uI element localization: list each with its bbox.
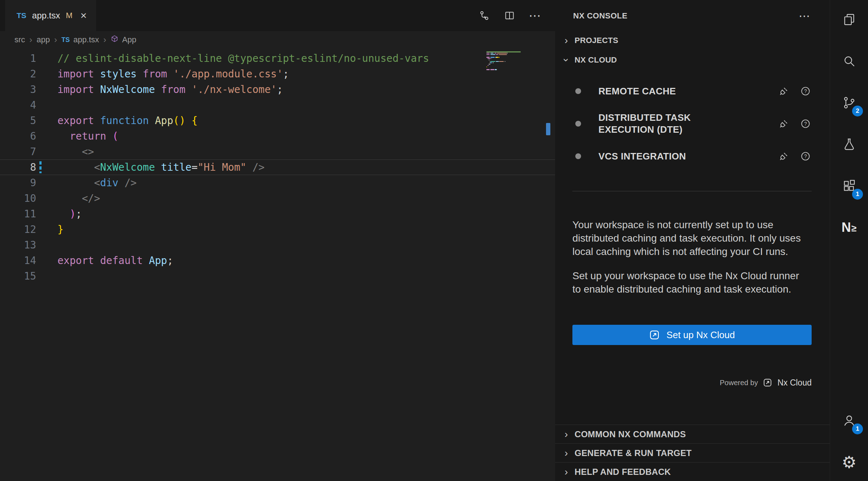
chevron-right-icon: › bbox=[29, 35, 32, 45]
code-line-15[interactable]: 15 bbox=[0, 268, 555, 284]
chevron-right-icon: › bbox=[54, 35, 57, 45]
section-projects[interactable]: › PROJECTS bbox=[555, 32, 830, 49]
code-line-12[interactable]: 12} bbox=[0, 222, 555, 237]
setup-nx-cloud-button[interactable]: Set up Nx Cloud bbox=[572, 325, 812, 345]
connect-icon[interactable] bbox=[778, 85, 790, 97]
split-editor-icon[interactable] bbox=[502, 8, 517, 23]
breadcrumb-src[interactable]: src bbox=[14, 35, 25, 44]
account-badge: 1 bbox=[852, 423, 863, 434]
chevron-right-icon: › bbox=[103, 35, 106, 45]
code-line-1[interactable]: 1// eslint-disable-next-line @typescript… bbox=[0, 51, 555, 66]
settings-gear-icon[interactable]: ⚙ bbox=[830, 448, 868, 476]
line-number: 1 bbox=[0, 51, 57, 66]
account-icon[interactable]: 1 bbox=[830, 407, 868, 434]
nx-console-icon[interactable]: N ≥ bbox=[830, 214, 868, 241]
panel-title: NX CONSOLE bbox=[573, 11, 627, 21]
powered-by-label: Powered by bbox=[720, 379, 758, 387]
typescript-icon: TS bbox=[17, 11, 26, 20]
powered-by: Powered by Nx Cloud bbox=[555, 375, 812, 391]
tab-app-tsx[interactable]: TS app.tsx M × bbox=[5, 0, 96, 31]
section-label: NX CLOUD bbox=[575, 55, 617, 65]
status-dot-icon bbox=[575, 88, 581, 94]
line-number: 8 bbox=[0, 160, 57, 175]
extensions-badge: 1 bbox=[852, 189, 863, 200]
workspace-description: Your workspace is not currently set up t… bbox=[572, 218, 807, 258]
modified-gutter-indicator bbox=[39, 161, 42, 173]
breadcrumb-symbol[interactable]: App bbox=[122, 35, 136, 44]
bottom-sections: › COMMON NX COMMANDS › GENERATE & RUN TA… bbox=[555, 425, 830, 481]
section-generate-run-target[interactable]: › GENERATE & RUN TARGET bbox=[555, 443, 830, 462]
more-actions-icon[interactable]: ⋯ bbox=[528, 8, 542, 23]
code-line-5[interactable]: 5export function App() { bbox=[0, 113, 555, 128]
line-number: 12 bbox=[0, 222, 57, 237]
typescript-icon: TS bbox=[61, 36, 70, 44]
divider bbox=[572, 191, 812, 191]
section-common-nx-commands[interactable]: › COMMON NX COMMANDS bbox=[555, 425, 830, 443]
svg-text:?: ? bbox=[804, 154, 807, 159]
editor-area: TS app.tsx M × ⋯ bbox=[0, 0, 555, 481]
feature-remote-cache: REMOTE CACHE ? bbox=[555, 79, 830, 103]
code-lines: 1// eslint-disable-next-line @typescript… bbox=[0, 51, 555, 284]
line-number: 13 bbox=[0, 237, 57, 253]
chevron-down-icon: › bbox=[560, 55, 572, 65]
chevron-right-icon: › bbox=[561, 429, 572, 440]
tab-bar: TS app.tsx M × ⋯ bbox=[0, 0, 555, 31]
code-line-6[interactable]: 6 return ( bbox=[0, 128, 555, 144]
connect-icon[interactable] bbox=[778, 150, 790, 162]
line-number: 11 bbox=[0, 206, 57, 222]
code-line-7[interactable]: 7 <> bbox=[0, 144, 555, 159]
close-icon[interactable]: × bbox=[81, 10, 87, 21]
nx-cloud-logo-icon bbox=[763, 378, 772, 387]
minimap[interactable] bbox=[486, 51, 544, 72]
code-line-10[interactable]: 10 </> bbox=[0, 191, 555, 206]
line-number: 7 bbox=[0, 144, 57, 159]
more-actions-icon[interactable]: ⋯ bbox=[799, 9, 810, 23]
modified-badge: M bbox=[66, 11, 72, 20]
chevron-right-icon: › bbox=[561, 466, 572, 478]
breadcrumb-app[interactable]: app bbox=[36, 35, 50, 44]
code-line-2[interactable]: 2import styles from './app.module.css'; bbox=[0, 66, 555, 82]
search-icon[interactable] bbox=[830, 47, 868, 75]
help-icon[interactable]: ? bbox=[799, 85, 812, 97]
explorer-icon[interactable] bbox=[830, 6, 868, 33]
chevron-right-icon: › bbox=[561, 35, 572, 46]
section-nx-cloud[interactable]: › NX CLOUD bbox=[555, 49, 830, 71]
code-line-4[interactable]: 4 bbox=[0, 97, 555, 113]
open-changes-icon[interactable] bbox=[477, 8, 491, 23]
nx-cloud-logo-icon bbox=[649, 329, 660, 340]
vscode-window: TS app.tsx M × ⋯ bbox=[0, 0, 868, 481]
section-label: GENERATE & RUN TARGET bbox=[575, 448, 692, 458]
feature-dte: DISTRIBUTED TASK EXECUTION (DTE) ? bbox=[555, 111, 830, 136]
help-icon[interactable]: ? bbox=[799, 150, 812, 162]
connect-icon[interactable] bbox=[778, 118, 790, 130]
line-number: 4 bbox=[0, 97, 57, 113]
feature-label: DISTRIBUTED TASK EXECUTION (DTE) bbox=[598, 112, 721, 136]
nx-cloud-brand: Nx Cloud bbox=[777, 378, 812, 388]
activity-bar: 2 1 N ≥ bbox=[830, 0, 868, 481]
section-label: COMMON NX COMMANDS bbox=[575, 429, 686, 439]
svg-text:?: ? bbox=[804, 89, 807, 94]
line-number: 9 bbox=[0, 175, 57, 191]
code-line-9[interactable]: 9 <div /> bbox=[0, 175, 555, 191]
line-number: 15 bbox=[0, 268, 57, 284]
section-help-and-feedback[interactable]: › HELP AND FEEDBACK bbox=[555, 462, 830, 481]
source-control-badge: 2 bbox=[852, 106, 863, 116]
chevron-right-icon: › bbox=[561, 447, 572, 459]
section-label: HELP AND FEEDBACK bbox=[575, 467, 671, 477]
help-icon[interactable]: ? bbox=[799, 118, 812, 130]
code-line-14[interactable]: 14export default App; bbox=[0, 253, 555, 268]
testing-beaker-icon[interactable] bbox=[830, 131, 868, 158]
line-number: 5 bbox=[0, 113, 57, 128]
source-control-icon[interactable]: 2 bbox=[830, 89, 868, 116]
extensions-icon[interactable]: 1 bbox=[830, 172, 868, 200]
tab-label: app.tsx bbox=[32, 10, 60, 21]
breadcrumb-file[interactable]: app.tsx bbox=[73, 35, 99, 44]
editor-actions: ⋯ bbox=[477, 0, 542, 31]
svg-text:?: ? bbox=[804, 121, 807, 127]
code-line-11[interactable]: 11 ); bbox=[0, 206, 555, 222]
symbol-cube-icon bbox=[111, 35, 119, 45]
code-line-13[interactable]: 13 bbox=[0, 237, 555, 253]
code-line-3[interactable]: 3import NxWelcome from './nx-welcome'; bbox=[0, 82, 555, 97]
code-editor[interactable]: 1// eslint-disable-next-line @typescript… bbox=[0, 48, 555, 284]
code-line-8[interactable]: 8 <NxWelcome title="Hi Mom" /> bbox=[0, 159, 555, 175]
